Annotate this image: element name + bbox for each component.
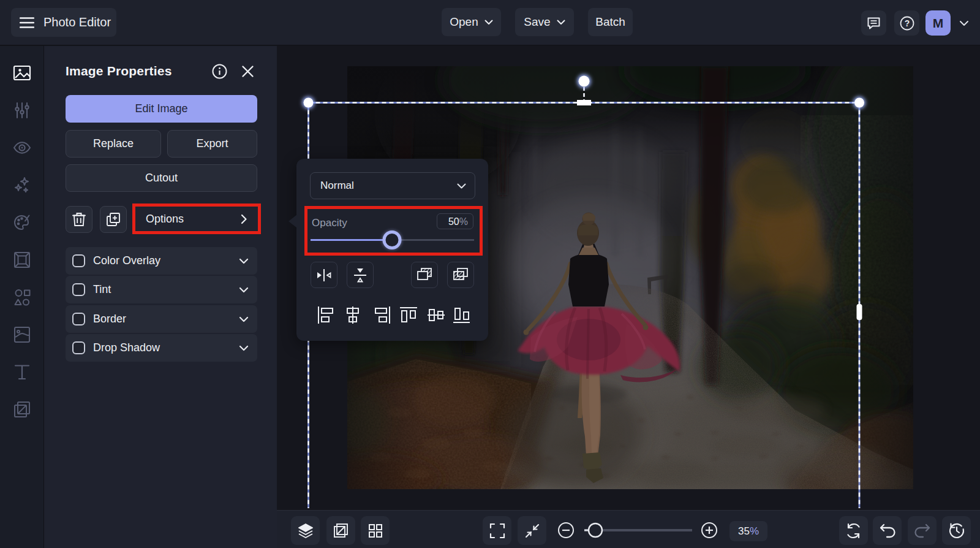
svg-text:?: ? bbox=[904, 18, 910, 28]
